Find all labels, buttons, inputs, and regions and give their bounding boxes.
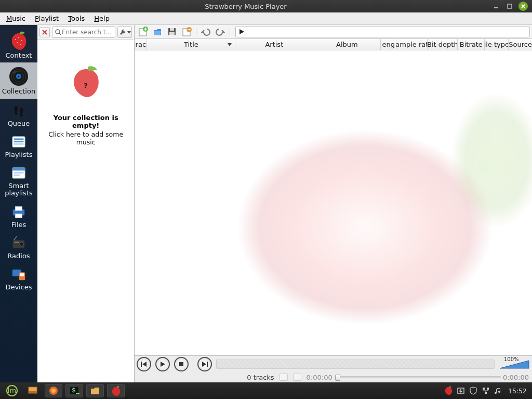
tray-clock[interactable]: 15:52 — [506, 387, 529, 395]
system-taskbar: lm $_ 15:52 — [0, 382, 532, 399]
collection-panel: ? Your collection is empty! Click here t… — [37, 25, 135, 382]
undo-button[interactable] — [200, 25, 212, 38]
col-track[interactable]: rac — [135, 39, 147, 50]
svg-rect-25 — [14, 172, 24, 174]
tray-shield-icon[interactable] — [469, 386, 478, 395]
svg-text:lm: lm — [8, 387, 16, 394]
svg-rect-63 — [485, 392, 487, 394]
transport-separator — [193, 358, 193, 370]
shuffle-button[interactable] — [293, 374, 301, 381]
seek-slider[interactable] — [335, 376, 501, 378]
search-input[interactable] — [62, 29, 113, 36]
smart-playlists-icon — [10, 165, 27, 181]
new-playlist-button[interactable] — [137, 25, 149, 38]
svg-rect-55 — [29, 391, 37, 393]
time-slider[interactable] — [216, 360, 495, 369]
strawberry-question-icon: ? — [67, 65, 104, 98]
window-title: Strawberry Music Player — [4, 3, 487, 10]
col-artist[interactable]: Artist — [235, 39, 313, 50]
col-length[interactable]: eng — [381, 39, 396, 50]
save-playlist-button[interactable] — [166, 25, 178, 38]
collection-empty-state[interactable]: ? Your collection is empty! Click here t… — [37, 40, 134, 382]
tray-sound-icon[interactable] — [494, 386, 503, 395]
col-samplerate[interactable]: ample rat — [396, 39, 428, 50]
svg-rect-29 — [15, 214, 22, 218]
volume-slider[interactable]: 100% — [499, 358, 530, 370]
search-box[interactable] — [52, 26, 115, 38]
col-bitrate[interactable]: Bitrate — [458, 39, 485, 50]
svg-rect-24 — [12, 168, 25, 171]
sidebar-item-label: Radios — [7, 252, 30, 260]
svg-point-8 — [20, 44, 21, 45]
sidebar-item-context[interactable]: Context — [0, 27, 37, 62]
svg-rect-51 — [207, 362, 208, 367]
sort-desc-icon — [228, 43, 232, 46]
playlist-view[interactable] — [135, 50, 532, 355]
toolbar-separator — [230, 27, 230, 36]
task-files[interactable] — [86, 384, 104, 397]
empty-title: Your collection is empty! — [42, 114, 130, 129]
menu-music[interactable]: Music — [2, 14, 30, 23]
track-count: 0 tracks — [247, 374, 274, 381]
start-menu[interactable]: lm — [3, 384, 21, 397]
transport-bar: 100% 0 tracks 0:00:00 0:00:00 — [135, 355, 532, 382]
tray-network-icon[interactable] — [481, 386, 490, 395]
sidebar-item-radios[interactable]: Radios — [0, 232, 37, 263]
sidebar-item-queue[interactable]: Queue — [0, 99, 37, 130]
tray-updates-icon[interactable] — [456, 386, 466, 395]
col-album[interactable]: Album — [313, 39, 381, 50]
window-maximize[interactable] — [505, 2, 514, 11]
task-firefox[interactable] — [45, 384, 62, 397]
play-icon — [238, 28, 245, 35]
stop-button[interactable] — [174, 357, 189, 371]
svg-rect-36 — [20, 274, 24, 277]
clear-playlist-button[interactable] — [180, 25, 193, 38]
menu-tools[interactable]: Tools — [64, 14, 89, 23]
col-filetype[interactable]: ile type — [485, 39, 509, 50]
prev-button[interactable] — [137, 357, 151, 371]
empty-subtitle: Click here to add some music — [42, 130, 130, 146]
sidebar-item-files[interactable]: Files — [0, 201, 37, 232]
svg-point-4 — [15, 39, 16, 40]
collection-toolbar — [37, 25, 134, 40]
svg-point-31 — [20, 242, 24, 246]
svg-text:?: ? — [84, 82, 88, 89]
sidebar-item-devices[interactable]: Devices — [0, 263, 37, 294]
sidebar-item-label: Smart playlists — [5, 182, 32, 197]
menu-playlist[interactable]: Playlist — [31, 14, 63, 23]
tray-strawberry-icon[interactable] — [444, 386, 453, 395]
sidebar-item-smart-playlists[interactable]: Smart playlists — [0, 162, 37, 201]
svg-point-16 — [15, 112, 17, 114]
playlists-icon — [10, 134, 27, 150]
collection-options[interactable] — [117, 26, 132, 38]
search-clear[interactable] — [39, 27, 50, 37]
col-source[interactable]: Source — [509, 39, 532, 50]
task-terminal[interactable]: $_ — [65, 384, 83, 397]
svg-point-5 — [18, 37, 19, 38]
task-strawberry[interactable] — [107, 384, 125, 397]
col-bitdepth[interactable]: Bit depth — [428, 39, 458, 50]
dynamic-mode-bar[interactable] — [235, 26, 530, 37]
window-close[interactable] — [518, 2, 528, 11]
sidebar-item-playlists[interactable]: Playlists — [0, 130, 37, 162]
window-minimize[interactable] — [491, 2, 501, 11]
sidebar-item-collection[interactable]: Collection — [0, 62, 37, 99]
redo-button[interactable] — [214, 25, 227, 38]
next-button[interactable] — [197, 357, 212, 371]
svg-rect-20 — [14, 138, 24, 140]
svg-point-15 — [14, 105, 18, 112]
svg-rect-62 — [487, 388, 489, 390]
open-playlist-button[interactable] — [151, 25, 164, 38]
footsteps-icon — [10, 102, 27, 119]
svg-point-57 — [51, 389, 56, 393]
repeat-button[interactable] — [280, 374, 288, 381]
col-title[interactable]: Title — [147, 39, 235, 50]
devices-icon — [10, 266, 27, 283]
chevron-down-icon — [127, 31, 131, 34]
show-desktop[interactable] — [24, 384, 42, 397]
svg-point-18 — [20, 114, 23, 116]
svg-rect-26 — [14, 175, 20, 176]
menu-help[interactable]: Help — [90, 14, 114, 23]
sidebar-item-label: Devices — [5, 284, 32, 291]
play-button[interactable] — [155, 357, 170, 371]
